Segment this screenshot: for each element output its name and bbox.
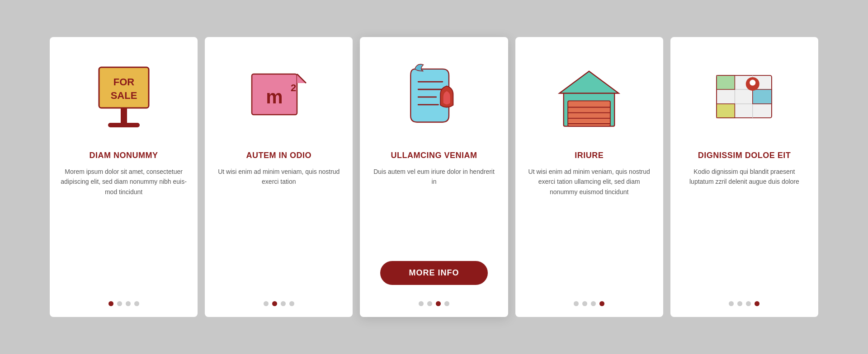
svg-rect-27 xyxy=(717,75,735,89)
dot xyxy=(289,301,294,306)
svg-text:2: 2 xyxy=(291,82,296,93)
garage-icon xyxy=(526,51,652,142)
svg-text:m: m xyxy=(266,86,283,107)
dots-5 xyxy=(729,301,760,306)
dot xyxy=(737,301,742,306)
dot-active xyxy=(272,301,277,306)
dot-active xyxy=(108,301,113,306)
svg-text:SALE: SALE xyxy=(110,90,137,101)
dot xyxy=(582,301,587,306)
card-title-3: ULLAMCING VENIAM xyxy=(391,151,477,160)
cards-container: FOR SALE DIAM NONUMMY Morem ipsum dolor … xyxy=(50,37,818,317)
dot xyxy=(134,301,139,306)
dots-4 xyxy=(574,301,604,306)
card-text-4: Ut wisi enim ad minim veniam, quis nostr… xyxy=(526,167,652,289)
dot-active xyxy=(755,301,760,306)
dot xyxy=(419,301,424,306)
svg-rect-29 xyxy=(717,104,735,118)
svg-marker-16 xyxy=(560,71,619,93)
dot xyxy=(264,301,269,306)
card-text-5: Kodio dignissim qui blandit praesent lup… xyxy=(681,167,807,289)
card-text-3: Duis autem vel eum iriure dolor in hendr… xyxy=(371,167,497,253)
card-text-2: Ut wisi enim ad minim veniam, quis nostr… xyxy=(216,167,342,289)
dot-active xyxy=(436,301,441,306)
more-info-button[interactable]: MORE INFO xyxy=(380,261,487,285)
dot xyxy=(126,301,131,306)
dots-2 xyxy=(264,301,294,306)
svg-rect-17 xyxy=(568,101,610,126)
dot xyxy=(117,301,122,306)
dot xyxy=(746,301,751,306)
svg-rect-3 xyxy=(121,108,127,124)
dots-1 xyxy=(108,301,139,306)
card-title-5: DIGNISSIM DOLOE EIT xyxy=(698,151,791,160)
dot xyxy=(444,301,449,306)
dot xyxy=(427,301,432,306)
m2-icon: m 2 xyxy=(216,51,342,142)
card-for-sale: FOR SALE DIAM NONUMMY Morem ipsum dolor … xyxy=(50,37,198,317)
svg-rect-0 xyxy=(99,67,149,108)
map-icon xyxy=(681,51,807,142)
card-m2: m 2 AUTEM IN ODIO Ut wisi enim ad minim … xyxy=(205,37,353,317)
dot xyxy=(281,301,286,306)
card-garage: IRIURE Ut wisi enim ad minim veniam, qui… xyxy=(515,37,663,317)
document-icon xyxy=(371,51,497,142)
svg-rect-4 xyxy=(108,123,140,127)
card-title-1: DIAM NONUMMY xyxy=(90,151,158,160)
dots-3 xyxy=(419,301,449,306)
dot xyxy=(729,301,734,306)
card-text-1: Morem ipsum dolor sit amet, consectetuer… xyxy=(61,167,187,289)
svg-text:FOR: FOR xyxy=(113,76,134,88)
dot xyxy=(574,301,579,306)
svg-rect-28 xyxy=(753,89,772,104)
card-map: DIGNISSIM DOLOE EIT Kodio dignissim qui … xyxy=(670,37,818,317)
card-title-4: IRIURE xyxy=(575,151,604,160)
svg-point-31 xyxy=(750,80,756,86)
card-title-2: AUTEM IN ODIO xyxy=(246,151,312,160)
dot xyxy=(591,301,596,306)
for-sale-icon: FOR SALE xyxy=(61,51,187,142)
card-document: ULLAMCING VENIAM Duis autem vel eum iriu… xyxy=(360,37,508,317)
dot-active xyxy=(599,301,604,306)
